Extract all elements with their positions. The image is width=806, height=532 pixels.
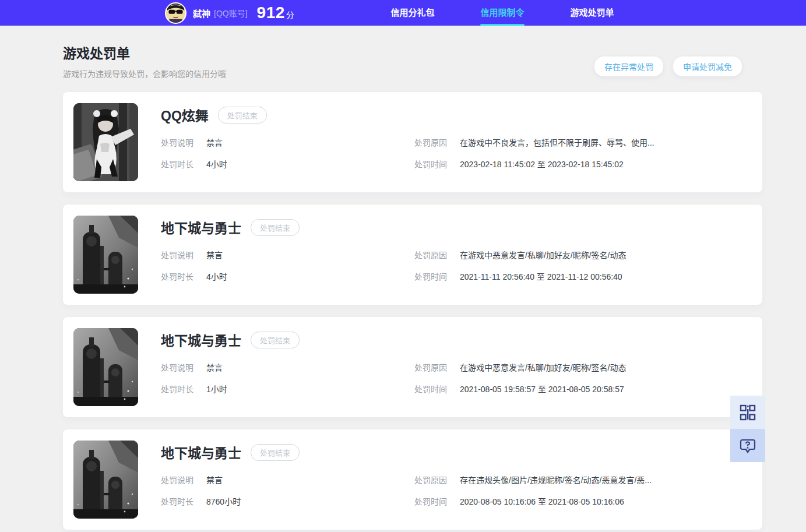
penalty-card: 地下城与勇士 处罚结束 处罚说明禁言 处罚原因在游戏中恶意发言/私聊/加好友/昵…: [63, 317, 762, 417]
game-title: 地下城与勇士: [161, 442, 241, 462]
credit-score: 912 分: [257, 3, 294, 22]
penalty-reason-value: 在游戏中恶意发言/私聊/加好友/昵称/签名/动态: [460, 361, 626, 373]
game-thumbnail: [73, 103, 138, 181]
penalty-time-label: 处罚时间: [414, 158, 460, 170]
penalty-time-value: 2020-08-05 10:16:06 至 2021-08-05 10:16:0…: [460, 495, 624, 507]
game-title: QQ炫舞: [161, 105, 209, 125]
game-thumbnail: [73, 328, 138, 406]
user-info: 弑神 [QQ账号] 912 分: [165, 2, 294, 24]
page-header: 游戏处罚单 游戏行为违规导致处罚，会影响您的信用分哦 存在异常处罚 申请处罚减免: [63, 26, 743, 79]
penalty-reason-value: 在游戏中不良发言，包括但不限于刷屏、辱骂、使用...: [460, 136, 654, 148]
penalty-card-list: QQ炫舞 处罚结束 处罚说明禁言 处罚原因在游戏中不良发言，包括但不限于刷屏、辱…: [63, 92, 762, 530]
penalty-duration-label: 处罚时长: [161, 383, 206, 394]
penalty-duration-value: 8760小时: [206, 495, 241, 507]
credit-score-unit: 分: [286, 9, 294, 20]
penalty-reason-label: 处罚原因: [414, 136, 460, 148]
penalty-card: 地下城与勇士 处罚结束 处罚说明禁言 处罚原因存在违规头像/图片/违规昵称/签名…: [63, 429, 762, 530]
penalty-time-value: 2021-11-11 20:56:40 至 2021-11-12 00:56:4…: [460, 270, 622, 282]
status-badge: 处罚结束: [251, 219, 300, 236]
user-name: 弑神: [193, 7, 210, 19]
penalty-time-value: 2023-02-18 11:45:02 至 2023-02-18 15:45:0…: [460, 158, 624, 170]
penalty-reason-value: 在游戏中恶意发言/私聊/加好友/昵称/签名/动态: [460, 249, 626, 260]
game-thumbnail: [73, 441, 138, 519]
tab-credit-gift[interactable]: 信用分礼包: [368, 0, 457, 26]
penalty-duration-label: 处罚时长: [161, 158, 206, 170]
penalty-desc-label: 处罚说明: [161, 474, 206, 485]
penalty-reason-label: 处罚原因: [414, 474, 460, 485]
tab-game-penalty[interactable]: 游戏处罚单: [547, 0, 637, 26]
game-thumbnail: [73, 216, 138, 294]
penalty-card: QQ炫舞 处罚结束 处罚说明禁言 处罚原因在游戏中不良发言，包括但不限于刷屏、辱…: [63, 92, 762, 192]
penalty-desc-value: 禁言: [206, 474, 223, 485]
game-title: 地下城与勇士: [161, 330, 241, 350]
abnormal-penalty-button[interactable]: 存在异常处罚: [594, 57, 663, 76]
penalty-time-label: 处罚时间: [414, 495, 460, 507]
penalty-card-body: QQ炫舞 处罚结束 处罚说明禁言 处罚原因在游戏中不良发言，包括但不限于刷屏、辱…: [161, 103, 748, 181]
penalty-time-value: 2021-08-05 19:58:57 至 2021-08-05 20:58:5…: [460, 383, 624, 394]
status-badge: 处罚结束: [251, 444, 300, 461]
penalty-desc-label: 处罚说明: [161, 361, 206, 373]
top-nav-tabs: 信用分礼包 信用限制令 游戏处罚单: [368, 0, 637, 26]
credit-score-value: 912: [257, 3, 285, 22]
penalty-card-body: 地下城与勇士 处罚结束 处罚说明禁言 处罚原因在游戏中恶意发言/私聊/加好友/昵…: [161, 216, 748, 294]
page-actions: 存在异常处罚 申请处罚减免: [594, 57, 742, 76]
help-button[interactable]: [730, 429, 765, 462]
account-type-label: [QQ账号]: [214, 7, 248, 19]
top-header-bar: 弑神 [QQ账号] 912 分 信用分礼包 信用限制令 游戏处罚单: [0, 0, 806, 26]
penalty-card-body: 地下城与勇士 处罚结束 处罚说明禁言 处罚原因存在违规头像/图片/违规昵称/签名…: [161, 441, 748, 519]
qr-code-icon: [739, 404, 756, 421]
status-badge: 处罚结束: [218, 107, 267, 124]
penalty-duration-value: 1小时: [206, 383, 227, 394]
penalty-desc-value: 禁言: [206, 136, 223, 148]
penalty-time-label: 处罚时间: [414, 383, 460, 394]
avatar[interactable]: [165, 2, 186, 24]
penalty-desc-label: 处罚说明: [161, 136, 206, 148]
status-badge: 处罚结束: [251, 332, 300, 348]
penalty-relief-button[interactable]: 申请处罚减免: [673, 57, 742, 76]
floating-side-buttons: [730, 396, 765, 462]
penalty-card: 地下城与勇士 处罚结束 处罚说明禁言 处罚原因在游戏中恶意发言/私聊/加好友/昵…: [63, 205, 762, 305]
penalty-reason-label: 处罚原因: [414, 249, 460, 260]
penalty-duration-value: 4小时: [206, 270, 227, 282]
penalty-desc-value: 禁言: [206, 249, 223, 260]
penalty-card-body: 地下城与勇士 处罚结束 处罚说明禁言 处罚原因在游戏中恶意发言/私聊/加好友/昵…: [161, 328, 748, 406]
penalty-duration-label: 处罚时长: [161, 495, 206, 507]
tab-credit-restriction[interactable]: 信用限制令: [457, 0, 547, 26]
penalty-duration-value: 4小时: [206, 158, 227, 170]
penalty-duration-label: 处罚时长: [161, 270, 206, 282]
game-title: 地下城与勇士: [161, 217, 241, 237]
qr-code-button[interactable]: [730, 396, 765, 429]
penalty-reason-label: 处罚原因: [414, 361, 460, 373]
penalty-reason-value: 存在违规头像/图片/违规昵称/签名/动态/恶意发言/恶...: [460, 474, 652, 485]
penalty-time-label: 处罚时间: [414, 270, 460, 282]
penalty-desc-label: 处罚说明: [161, 249, 206, 260]
penalty-desc-value: 禁言: [206, 361, 223, 373]
help-question-icon: [738, 436, 757, 455]
